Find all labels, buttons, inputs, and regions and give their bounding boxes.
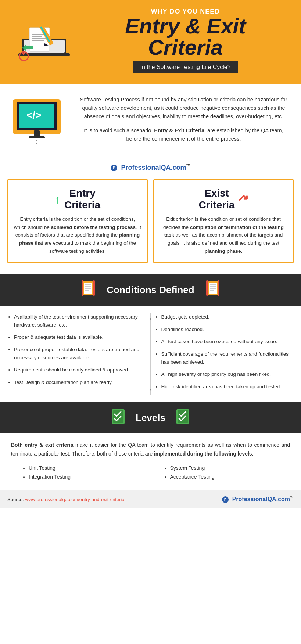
svg-rect-20: [29, 136, 45, 138]
svg-point-21: [36, 140, 37, 141]
brand-bar: P ProfessionalQA.com™: [0, 159, 301, 179]
list-item: Requirements should be clearly defined &…: [14, 366, 147, 374]
levels-header: Levels: [0, 402, 301, 433]
svg-rect-39: [206, 280, 208, 296]
footer-brand-logo-icon: P: [222, 496, 229, 503]
list-item: Sufficient coverage of the requirements …: [161, 350, 294, 366]
list-item: High risk identified area has been taken…: [161, 383, 294, 391]
exit-arrow-icon: ↱: [235, 191, 252, 208]
brand-logo-icon: P: [110, 164, 118, 172]
intro-paragraph1: Software Testing Process if not bound by…: [77, 96, 290, 121]
levels-body: Both entry & exit criteria make it easie…: [0, 433, 301, 490]
header-icon-area: [7, 13, 81, 79]
list-item: Budget gets depleted.: [161, 313, 294, 321]
list-item: Test Design & documentation plan are rea…: [14, 378, 147, 386]
list-item: Deadlines reached.: [161, 325, 294, 334]
svg-text:P: P: [224, 498, 227, 502]
entry-criteria-desc: Entry criteria is the condition or the s…: [14, 215, 141, 255]
conditions-right-col: Budget gets depleted. Deadlines reached.…: [155, 313, 294, 395]
levels-right-icon: [173, 407, 191, 428]
list-item: Presence of proper testable data. Tester…: [14, 346, 147, 361]
conditions-right-icon: [202, 280, 220, 301]
header-tagline: In the Software Testing Life Cycle?: [133, 61, 238, 73]
conditions-right-list: Budget gets depleted. Deadlines reached.…: [155, 313, 294, 391]
footer-source: Source: www.professionalqa.com/entry-and…: [7, 497, 125, 502]
header-banner: WHY DO YOU NEED Entry & Exit Criteria In…: [0, 0, 301, 84]
conditions-left-icon: [81, 280, 99, 301]
list-item: System Testing: [170, 465, 290, 471]
conditions-left-list: Availability of the test environment sup…: [7, 313, 147, 386]
svg-rect-44: [178, 410, 188, 423]
levels-bold-criteria: Both entry & exit criteria: [11, 442, 73, 448]
levels-lists: Unit Testing Integration Testing System …: [11, 465, 290, 483]
intro-paragraph2: It is to avoid such a scenario, Entry & …: [77, 126, 290, 143]
intro-text: Software Testing Process if not bound by…: [77, 96, 290, 148]
svg-text:P: P: [113, 166, 115, 170]
list-item: Integration Testing: [29, 474, 149, 480]
list-item: Acceptance Testing: [170, 474, 290, 480]
levels-intro-text: Both entry & exit criteria make it easie…: [11, 441, 290, 458]
svg-rect-31: [82, 280, 83, 296]
exit-criteria-title: Exist Criteria ↱: [160, 187, 287, 211]
levels-bold-implemented: implemented during the following levels: [154, 451, 252, 457]
svg-point-22: [36, 143, 37, 144]
brand-tm: ™: [186, 163, 191, 168]
list-item: All high severity or top priority bug ha…: [161, 370, 294, 378]
list-item: All test cases have been executed withou…: [161, 338, 294, 346]
levels-right-col: System Testing Acceptance Testing: [164, 465, 290, 483]
svg-rect-19: [34, 130, 40, 137]
svg-rect-40: [218, 280, 219, 296]
exit-criteria-box: Exist Criteria ↱ Exit criterion is the c…: [153, 179, 294, 263]
footer-source-label: Source:: [7, 497, 25, 502]
entry-criteria-box: ↑ Entry Criteria Entry criteria is the c…: [7, 179, 148, 263]
footer-source-url[interactable]: www.professionalqa.com/entry-and-exit-cr…: [25, 497, 124, 502]
list-item: Proper & adequate test data is available…: [14, 333, 147, 341]
entry-criteria-title: ↑ Entry Criteria: [14, 187, 141, 211]
levels-title: Levels: [136, 412, 165, 424]
header-text-area: WHY DO YOU NEED Entry & Exit Criteria In…: [81, 8, 290, 84]
levels-left-list: Unit Testing Integration Testing: [22, 465, 149, 480]
list-item: Unit Testing: [29, 465, 149, 471]
footer-brand-name: ProfessionalQA.com™: [232, 496, 294, 502]
intro-monitor-icon: </>: [11, 97, 70, 147]
levels-right-list: System Testing Acceptance Testing: [164, 465, 290, 480]
brand-name: ProfessionalQA.com: [121, 164, 186, 171]
criteria-section: ↑ Entry Criteria Entry criteria is the c…: [0, 179, 301, 274]
intro-section: </> Software Testing Process if not boun…: [0, 84, 301, 159]
footer: Source: www.professionalqa.com/entry-and…: [0, 490, 301, 508]
levels-left-col: Unit Testing Integration Testing: [22, 465, 149, 483]
conditions-divider: [150, 313, 151, 395]
svg-rect-32: [93, 280, 95, 296]
levels-left-icon: [110, 407, 128, 428]
svg-rect-42: [113, 410, 123, 423]
conditions-title: Conditions Defined: [107, 284, 194, 296]
svg-text:</>: </>: [26, 109, 41, 121]
conditions-header: Conditions Defined: [0, 274, 301, 306]
list-item: Availability of the test environment sup…: [14, 313, 147, 329]
intro-bold-criteria: Entry & Exit Criteria: [154, 127, 204, 133]
entry-arrow-icon: ↑: [55, 193, 61, 206]
conditions-left-col: Availability of the test environment sup…: [7, 313, 147, 395]
header-title: Entry & Exit Criteria: [81, 15, 290, 58]
conditions-body: Availability of the test environment sup…: [0, 306, 301, 402]
exit-criteria-desc: Exit criterion is the condition or set o…: [160, 215, 287, 255]
footer-brand: P ProfessionalQA.com™: [222, 496, 294, 503]
